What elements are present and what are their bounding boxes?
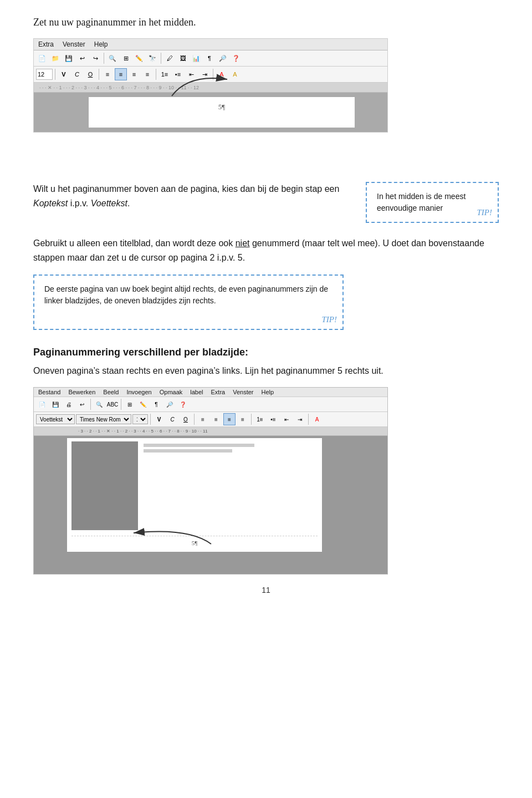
para2-text: Gebruikt u alleen een titelblad, dan wor… — [33, 238, 236, 248]
sc2-save[interactable]: 💾 — [49, 398, 62, 410]
arrow-svg — [155, 68, 266, 99]
sc2-print[interactable]: 🖨 — [63, 398, 75, 410]
tb-edit[interactable]: ✏️ — [133, 52, 145, 64]
sc2-sep1 — [90, 399, 91, 410]
tb-para[interactable]: ¶ — [203, 52, 216, 64]
content-row-1: Wilt u het paginanummer boven aan de pag… — [33, 182, 499, 223]
sc2-font-dropdown[interactable]: Times New Roman — [76, 414, 131, 424]
sc2-para2[interactable]: ¶ — [150, 398, 162, 410]
btn-italic[interactable]: C — [71, 68, 83, 80]
sc2-ar[interactable]: ≡ — [223, 413, 236, 425]
para1-italic2: Voettekst — [91, 199, 127, 208]
tb-open[interactable]: 📁 — [49, 52, 62, 64]
sc2-list1[interactable]: 1≡ — [254, 413, 266, 425]
main-text-1: Wilt u het paginanummer boven aan de pag… — [33, 182, 355, 220]
ruler-2: · 3 · · 2 · · 1 · · ✕ · · 1 · · 2 · · 3 … — [34, 427, 387, 436]
font-size-combo[interactable] — [36, 69, 53, 80]
tb-find[interactable]: 🔭 — [146, 52, 158, 64]
sc2-new[interactable]: 📄 — [36, 398, 48, 410]
sc2-arrow-area — [67, 555, 378, 572]
menu2-help[interactable]: Help — [262, 389, 274, 395]
btn-underline[interactable]: O — [84, 68, 96, 80]
menu2-bewerken[interactable]: Bewerken — [68, 389, 95, 395]
menu-help[interactable]: Help — [94, 40, 108, 48]
sc2-aj[interactable]: ≡ — [237, 413, 249, 425]
para-1: Wilt u het paginanummer boven aan de pag… — [33, 182, 355, 211]
tip1-text: In het midden is de meest eenvoudige man… — [377, 191, 488, 214]
tb-draw[interactable]: 🖊 — [163, 52, 176, 64]
para1-text: Wilt u het paginanummer boven aan de pag… — [33, 184, 339, 194]
tb-sep3 — [55, 69, 55, 80]
toolbar-screenshot-2: Bestand Bewerken Beeld Invoegen Opmaak l… — [33, 387, 388, 575]
menu-extra[interactable]: Extra — [38, 40, 54, 48]
tb-new[interactable]: 📄 — [36, 52, 48, 64]
tb-sep2 — [161, 53, 161, 64]
para-2: Gebruikt u alleen een titelblad, dan wor… — [33, 236, 499, 266]
sc2-style-dropdown[interactable]: Voettekst — [36, 414, 75, 424]
sc2-list2[interactable]: •≡ — [267, 413, 279, 425]
sc2-toolbar-row-2: Voettekst Times New Roman 12 V C O ≡ ≡ ≡… — [34, 412, 387, 427]
doc-page-1: 5¶ — [89, 97, 355, 128]
section-heading: Paginanummering verschillend per bladzij… — [33, 347, 499, 358]
para1-final: . — [127, 199, 130, 208]
tb-spell[interactable]: 🔍 — [106, 52, 119, 64]
sc2-ind1[interactable]: ⇤ — [280, 413, 293, 425]
sc2-ac[interactable]: ≡ — [210, 413, 222, 425]
toolbar-row-1: 📄 📁 💾 ↩ ↪ 🔍 ⊞ ✏️ 🔭 🖊 🖼 📊 ¶ 🔎 ❓ — [34, 50, 387, 67]
sc2-fcolor[interactable]: A — [311, 413, 323, 425]
doc-center-tab: 5¶ — [100, 100, 344, 114]
sc2-size-dropdown[interactable]: 12 — [132, 414, 148, 424]
menu2-opmaak[interactable]: Opmaak — [160, 389, 183, 395]
sc2-bold[interactable]: V — [153, 413, 165, 425]
tb-help[interactable]: ❓ — [230, 52, 242, 64]
tb-save[interactable]: 💾 — [63, 52, 75, 64]
tb-chart[interactable]: 📊 — [190, 52, 202, 64]
menubar-2: Bestand Bewerken Beeld Invoegen Opmaak l… — [34, 388, 387, 397]
tip2-label: TIP! — [322, 315, 337, 324]
sc2-al[interactable]: ≡ — [197, 413, 209, 425]
sc2-italic2[interactable]: C — [166, 413, 178, 425]
sc2-undo[interactable]: ↩ — [76, 398, 88, 410]
sc2-sep3 — [150, 414, 151, 425]
sc2-help2[interactable]: ❓ — [177, 398, 189, 410]
menu2-label[interactable]: label — [190, 389, 203, 395]
doc-area-2: 5¶ — [34, 436, 387, 574]
sc2-table2[interactable]: ⊞ — [124, 398, 136, 410]
tb-zoom[interactable]: 🔎 — [217, 52, 229, 64]
sc2-toolbar-row-1: 📄 💾 🖨 ↩ 🔍 ABC ⊞ ✏️ ¶ 🔎 ❓ — [34, 397, 387, 412]
menu2-invoegen[interactable]: Invoegen — [126, 389, 151, 395]
btn-bold[interactable]: V — [58, 68, 70, 80]
tb-redo[interactable]: ↪ — [89, 52, 101, 64]
sc2-arrow-svg — [100, 522, 267, 550]
menu2-extra[interactable]: Extra — [211, 389, 226, 395]
sc2-zoom2[interactable]: 🔎 — [163, 398, 176, 410]
tip2-text: De eerste pagina van uw boek begint alti… — [44, 283, 332, 307]
para2-underline: niet — [236, 238, 250, 248]
sc2-sep6 — [308, 414, 309, 425]
sc2-ind2[interactable]: ⇥ — [294, 413, 306, 425]
page-title: Zet nu uw paginanummer in het midden. — [33, 17, 499, 28]
tb-sep4 — [99, 69, 99, 80]
tip-box-2: De eerste pagina van uw boek begint alti… — [33, 275, 344, 330]
sc2-gray-block — [71, 441, 138, 530]
para1-end: i.p.v. — [68, 199, 91, 208]
sc2-sep5 — [251, 414, 252, 425]
para1-italic: Koptekst — [33, 199, 68, 208]
tip1-label: TIP! — [477, 208, 493, 217]
menu-venster[interactable]: Venster — [63, 40, 85, 48]
menu2-bestand[interactable]: Bestand — [38, 389, 60, 395]
sc2-spell2[interactable]: ABC — [106, 398, 119, 410]
sc2-edit2[interactable]: ✏️ — [137, 398, 149, 410]
menu2-venster[interactable]: Venster — [233, 389, 253, 395]
menu2-beeld[interactable]: Beeld — [103, 389, 119, 395]
tb-img[interactable]: 🖼 — [177, 52, 189, 64]
sc2-under2[interactable]: O — [180, 413, 192, 425]
btn-align-left[interactable]: ≡ — [101, 68, 114, 80]
tb-undo[interactable]: ↩ — [76, 52, 88, 64]
tb-table[interactable]: ⊞ — [120, 52, 132, 64]
btn-align-center[interactable]: ≡ — [115, 68, 127, 80]
btn-justify[interactable]: ≡ — [141, 68, 154, 80]
btn-align-right[interactable]: ≡ — [128, 68, 140, 80]
para-3: Oneven pagina’s staan rechts en even pag… — [33, 364, 499, 378]
sc2-find[interactable]: 🔍 — [93, 398, 105, 410]
